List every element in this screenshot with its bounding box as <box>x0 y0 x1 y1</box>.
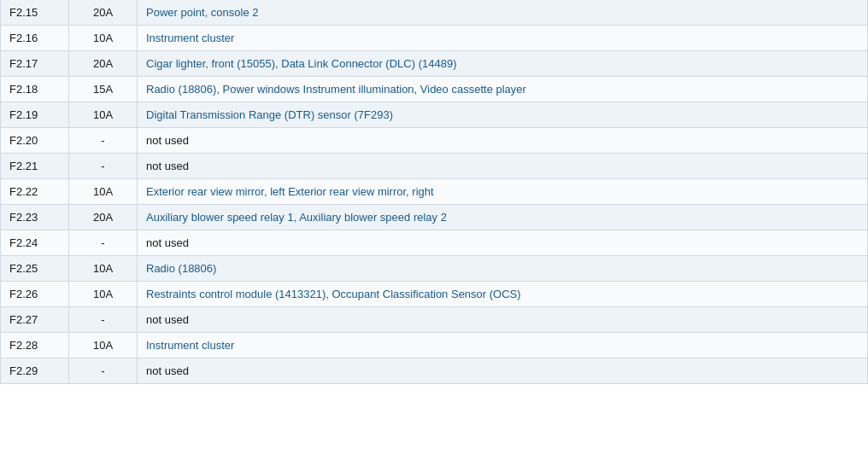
table-row: F2.2610ARestraints control module (14133… <box>1 282 868 307</box>
fuse-amp: 10A <box>69 179 138 205</box>
fuse-desc: Digital Transmission Range (DTR) sensor … <box>138 102 868 128</box>
fuse-id: F2.25 <box>1 256 69 282</box>
fuse-amp: 10A <box>69 256 138 282</box>
fuse-desc: Restraints control module (1413321), Occ… <box>138 282 868 307</box>
fuse-id: F2.16 <box>1 26 69 51</box>
table-row: F2.2210AExterior rear view mirror, left … <box>1 179 868 205</box>
fuse-id: F2.23 <box>1 205 69 230</box>
table-row: F2.27-not used <box>1 307 868 333</box>
fuse-id: F2.15 <box>1 0 69 26</box>
fuse-desc: Power point, console 2 <box>138 0 868 26</box>
fuse-id: F2.21 <box>1 154 69 179</box>
fuse-desc: Auxiliary blower speed relay 1, Auxiliar… <box>138 205 868 230</box>
fuse-id: F2.24 <box>1 230 69 256</box>
fuse-desc: not used <box>138 230 868 256</box>
fuse-amp: 10A <box>69 102 138 128</box>
table-row: F2.24-not used <box>1 230 868 256</box>
fuse-amp: 10A <box>69 26 138 51</box>
fuse-amp: - <box>69 307 138 333</box>
fuse-amp: 20A <box>69 0 138 26</box>
fuse-id: F2.28 <box>1 333 69 358</box>
fuse-table: F2.1520APower point, console 2F2.1610AIn… <box>0 0 868 384</box>
fuse-amp: - <box>69 230 138 256</box>
table-row: F2.29-not used <box>1 358 868 384</box>
fuse-desc: not used <box>138 307 868 333</box>
table-row: F2.1815ARadio (18806), Power windows Ins… <box>1 77 868 102</box>
fuse-desc: not used <box>138 128 868 154</box>
fuse-desc: Radio (18806) <box>138 256 868 282</box>
fuse-id: F2.27 <box>1 307 69 333</box>
fuse-amp: 20A <box>69 205 138 230</box>
fuse-desc: Instrument cluster <box>138 333 868 358</box>
fuse-amp: 10A <box>69 282 138 307</box>
fuse-id: F2.17 <box>1 51 69 77</box>
fuse-desc: Instrument cluster <box>138 26 868 51</box>
fuse-id: F2.29 <box>1 358 69 384</box>
table-row: F2.1720ACigar lighter, front (15055), Da… <box>1 51 868 77</box>
table-row: F2.2810AInstrument cluster <box>1 333 868 358</box>
fuse-amp: 10A <box>69 333 138 358</box>
fuse-id: F2.18 <box>1 77 69 102</box>
fuse-desc: Exterior rear view mirror, left Exterior… <box>138 179 868 205</box>
fuse-id: F2.19 <box>1 102 69 128</box>
fuse-id: F2.20 <box>1 128 69 154</box>
fuse-desc: not used <box>138 154 868 179</box>
fuse-amp: - <box>69 128 138 154</box>
fuse-id: F2.26 <box>1 282 69 307</box>
table-row: F2.2510ARadio (18806) <box>1 256 868 282</box>
table-row: F2.1520APower point, console 2 <box>1 0 868 26</box>
table-row: F2.20-not used <box>1 128 868 154</box>
fuse-desc: Radio (18806), Power windows Instrument … <box>138 77 868 102</box>
table-row: F2.21-not used <box>1 154 868 179</box>
table-row: F2.1910ADigital Transmission Range (DTR)… <box>1 102 868 128</box>
fuse-amp: 20A <box>69 51 138 77</box>
fuse-desc: not used <box>138 358 868 384</box>
fuse-amp: 15A <box>69 77 138 102</box>
fuse-desc: Cigar lighter, front (15055), Data Link … <box>138 51 868 77</box>
table-row: F2.1610AInstrument cluster <box>1 26 868 51</box>
fuse-amp: - <box>69 154 138 179</box>
table-row: F2.2320AAuxiliary blower speed relay 1, … <box>1 205 868 230</box>
fuse-amp: - <box>69 358 138 384</box>
fuse-id: F2.22 <box>1 179 69 205</box>
